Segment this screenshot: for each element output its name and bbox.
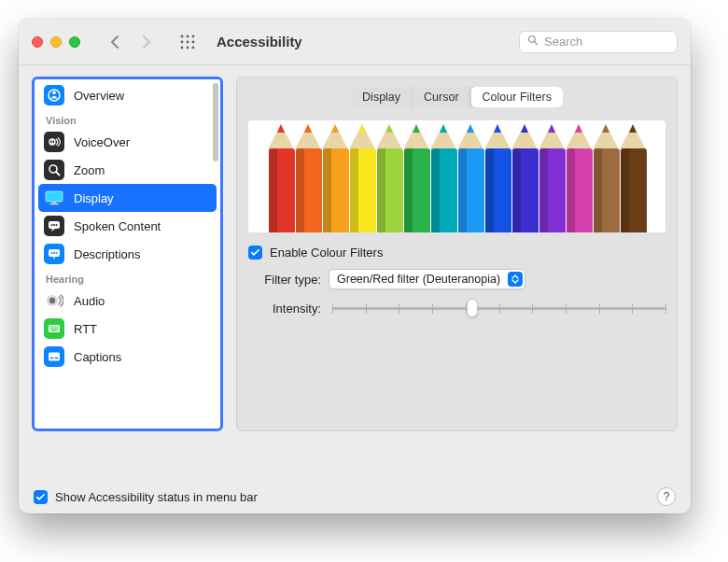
svg-rect-44 — [55, 358, 59, 358]
prefs-window: Accessibility Search Overview Vision — [19, 19, 691, 513]
filter-type-value: Green/Red filter (Deuteranopia) — [337, 273, 500, 286]
sidebar-heading-vision: Vision — [35, 109, 220, 128]
svg-point-12 — [52, 91, 56, 95]
colour-pencil — [512, 124, 538, 232]
tab-display[interactable]: Display — [351, 87, 412, 107]
svg-point-6 — [181, 46, 184, 49]
svg-rect-35 — [57, 326, 58, 327]
show-status-label: Show Accessibility status in menu bar — [55, 490, 258, 504]
svg-rect-40 — [57, 328, 58, 329]
svg-rect-32 — [51, 326, 52, 327]
sidebar-item-label: Spoken Content — [74, 219, 161, 233]
sidebar-item-label: Descriptions — [74, 247, 141, 261]
descriptions-icon — [44, 244, 64, 264]
sidebar-item-captions[interactable]: Captions — [35, 343, 220, 371]
tab-cursor[interactable]: Cursor — [412, 87, 470, 107]
sidebar-item-display[interactable]: Display — [38, 184, 217, 212]
help-icon: ? — [664, 490, 670, 503]
minimize-window-button[interactable] — [50, 36, 62, 48]
footer: Show Accessibility status in menu bar ? — [19, 480, 691, 513]
svg-point-2 — [192, 35, 195, 37]
colour-pencil — [539, 124, 565, 232]
sidebar-item-label: RTT — [74, 322, 97, 336]
help-button[interactable]: ? — [657, 487, 676, 506]
sidebar-item-overview[interactable]: Overview — [35, 81, 220, 109]
intensity-slider[interactable] — [332, 307, 665, 310]
spoken-content-icon — [44, 216, 64, 236]
svg-point-22 — [53, 224, 55, 226]
zoom-icon — [44, 160, 64, 180]
tab-group: Display Cursor Colour Filters — [351, 87, 563, 107]
intensity-label: Intensity: — [248, 302, 321, 316]
voiceover-icon — [44, 132, 64, 152]
svg-point-14 — [51, 140, 53, 142]
intensity-slider-knob[interactable] — [467, 299, 478, 317]
forward-button[interactable] — [136, 32, 157, 52]
sidebar-item-label: Audio — [74, 294, 105, 308]
svg-line-10 — [535, 42, 538, 45]
search-placeholder: Search — [544, 35, 582, 49]
colour-pencil — [404, 124, 429, 232]
sidebar-item-zoom[interactable]: Zoom — [35, 156, 220, 184]
svg-point-27 — [56, 252, 58, 254]
enable-colour-filters-checkbox[interactable] — [248, 246, 262, 260]
svg-point-21 — [51, 224, 53, 226]
sidebar-item-audio[interactable]: Audio — [35, 287, 220, 315]
show-status-checkbox[interactable] — [34, 490, 48, 504]
colour-pencil — [458, 124, 483, 232]
sidebar-item-rtt[interactable]: RTT — [35, 315, 220, 343]
rtt-icon — [44, 318, 64, 339]
svg-rect-39 — [55, 328, 56, 329]
colour-pencil — [485, 124, 511, 232]
colour-preview — [248, 120, 665, 232]
toolbar: Accessibility Search — [19, 19, 691, 65]
show-all-button[interactable] — [177, 32, 198, 52]
overview-icon — [44, 85, 64, 105]
filter-type-select[interactable]: Green/Red filter (Deuteranopia) — [329, 269, 525, 289]
content-panel: Display Cursor Colour Filters Enable Col… — [236, 77, 678, 431]
colour-pencil — [377, 124, 402, 232]
colour-pencil — [594, 124, 619, 232]
captions-icon — [44, 346, 64, 367]
page-title: Accessibility — [217, 34, 302, 49]
sidebar-item-descriptions[interactable]: Descriptions — [35, 240, 220, 268]
sidebar[interactable]: Overview Vision VoiceOver Zoom — [32, 77, 223, 431]
sidebar-item-label: Zoom — [74, 163, 105, 177]
svg-point-23 — [56, 224, 58, 226]
select-caret-icon — [508, 272, 523, 287]
sidebar-item-spoken-content[interactable]: Spoken Content — [35, 212, 220, 240]
svg-point-0 — [181, 35, 184, 37]
colour-pencil — [323, 124, 348, 232]
colour-pencil — [269, 124, 294, 232]
svg-point-26 — [53, 252, 55, 254]
sidebar-scrollbar[interactable] — [213, 83, 218, 162]
close-window-button[interactable] — [32, 36, 43, 48]
svg-rect-38 — [53, 328, 54, 329]
back-button[interactable] — [105, 32, 125, 52]
svg-rect-34 — [55, 326, 56, 327]
tab-colour-filters[interactable]: Colour Filters — [470, 87, 563, 107]
svg-point-5 — [192, 40, 195, 43]
sidebar-heading-hearing: Hearing — [35, 268, 220, 287]
sidebar-item-label: Captions — [74, 350, 121, 364]
zoom-window-button[interactable] — [69, 36, 80, 48]
svg-point-4 — [187, 40, 189, 43]
svg-rect-37 — [51, 328, 52, 329]
svg-rect-31 — [49, 326, 50, 327]
svg-rect-43 — [50, 358, 54, 358]
sidebar-item-voiceover[interactable]: VoiceOver — [35, 128, 220, 156]
sidebar-item-label: Display — [74, 191, 114, 205]
sidebar-item-label: Overview — [74, 89, 124, 103]
svg-rect-41 — [51, 330, 58, 330]
svg-rect-36 — [49, 328, 50, 329]
svg-rect-33 — [53, 326, 54, 327]
enable-colour-filters-label: Enable Colour Filters — [270, 246, 383, 260]
colour-pencil — [296, 124, 321, 232]
svg-point-7 — [187, 46, 189, 49]
window-controls — [32, 36, 80, 48]
svg-rect-18 — [52, 202, 57, 204]
sidebar-item-label: VoiceOver — [74, 135, 130, 149]
colour-pencil — [350, 124, 375, 232]
search-input[interactable]: Search — [519, 31, 678, 53]
display-icon — [44, 188, 64, 208]
